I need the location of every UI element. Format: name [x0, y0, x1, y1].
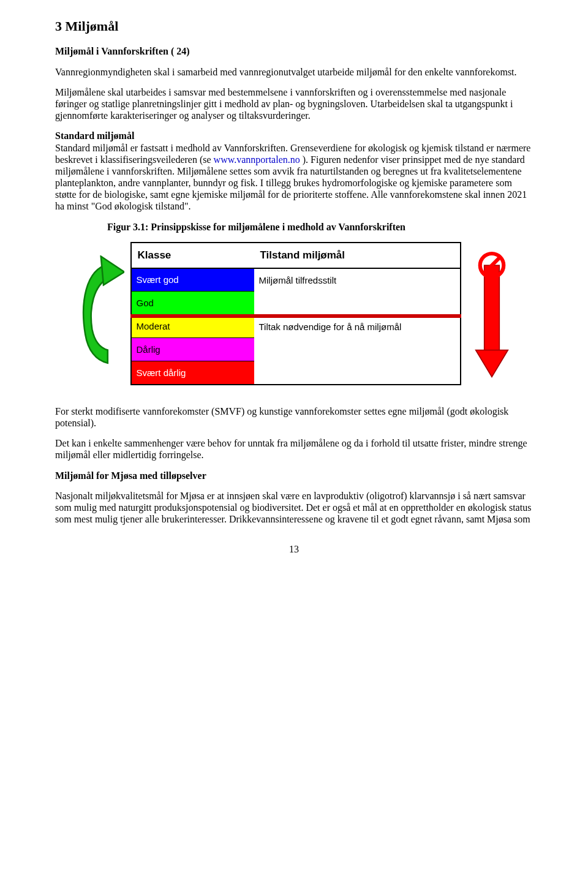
row-svaert-god: Svært god — [132, 268, 254, 291]
table-header-klasse: Klasse — [132, 243, 254, 268]
row-god: God — [132, 291, 254, 314]
row-svaert-daarlig: Svært dårlig — [132, 361, 254, 384]
row-daarlig: Dårlig — [132, 337, 254, 361]
paragraph-1: Vannregionmyndigheten skal i samarbeid m… — [55, 66, 533, 78]
paragraph-6: Nasjonalt miljøkvalitetsmål for Mjøsa er… — [55, 490, 533, 526]
paragraph-2: Miljømålene skal utarbeides i samsvar me… — [55, 86, 533, 122]
figure-3-1: Klasse Tilstand miljømål Svært god God M… — [55, 240, 533, 387]
status-table: Klasse Tilstand miljømål Svært god God M… — [130, 242, 461, 385]
figure-caption: Figur 3.1: Prinsippskisse for miljømålen… — [107, 221, 533, 233]
page-number: 13 — [55, 543, 533, 555]
decline-arrow-icon — [467, 240, 516, 387]
section-heading: 3 Miljømål — [55, 18, 533, 34]
svg-marker-2 — [475, 350, 508, 377]
paragraph-5: Det kan i enkelte sammenhenger være beho… — [55, 437, 533, 461]
paragraph-4: For sterkt modifiserte vannforekomster (… — [55, 405, 533, 429]
vannportalen-link[interactable]: www.vannportalen.no — [214, 154, 300, 165]
table-header-tilstand: Tilstand miljømål — [254, 243, 460, 268]
svg-marker-0 — [100, 256, 124, 285]
status-action-label: Tiltak nødvendige for å nå miljømål — [254, 314, 460, 384]
improve-arrow-icon — [72, 255, 124, 372]
paragraph-3: Standard miljømål er fastsatt i medhold … — [55, 142, 533, 213]
threshold-line — [130, 314, 461, 318]
status-ok-label: Miljømål tilfredsstilt — [254, 268, 460, 314]
sub-heading-2: Standard miljømål — [55, 130, 533, 141]
sub-heading-1: Miljømål i Vannforskriften ( 24) — [55, 45, 533, 57]
sub-heading-3: Miljømål for Mjøsa med tilløpselver — [55, 470, 533, 481]
